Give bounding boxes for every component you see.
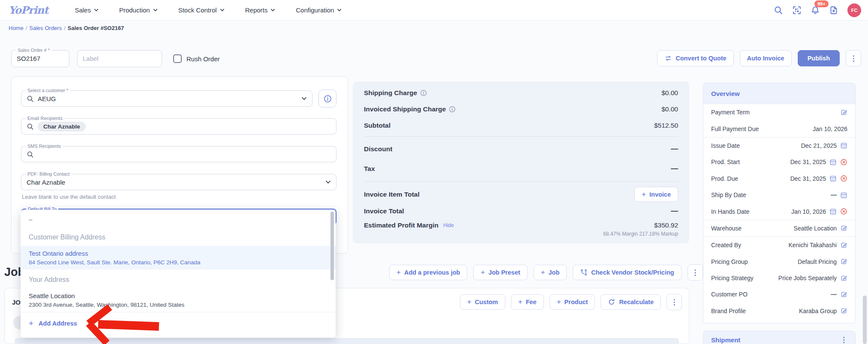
user-avatar[interactable]: FC	[847, 3, 861, 17]
address-option-ontario[interactable]: Test Ontario address 84 Second Line West…	[21, 246, 336, 269]
new-document-icon[interactable]	[829, 6, 838, 15]
info-icon[interactable]	[449, 106, 456, 113]
your-address-group: Your Address	[21, 271, 336, 288]
billing-contact-helper: Leave blank to use the default contact	[22, 194, 336, 200]
breadcrumb-home[interactable]: Home	[9, 25, 24, 31]
overview-row-prod-due: Prod. Due Dec 31, 2025	[703, 171, 855, 187]
publish-button[interactable]: Publish	[798, 50, 840, 66]
customer-select[interactable]: Select a customer * AEUG	[21, 90, 312, 107]
shipment-panel: Shipment ⋮	[703, 331, 856, 344]
clear-date-icon[interactable]	[840, 208, 847, 215]
nav-production[interactable]: Production	[119, 6, 158, 14]
shipment-header: Shipment ⋮	[703, 331, 855, 344]
divider	[364, 181, 678, 182]
hide-link[interactable]: Hide	[443, 222, 454, 228]
plus-icon: +	[557, 298, 561, 306]
auto-invoice-button[interactable]: Auto Invoice	[740, 50, 792, 66]
job-line-actions: +Custom +Fee +Product Recalculate ⋮	[460, 294, 682, 310]
info-icon[interactable]	[420, 90, 427, 96]
invoice-total-row: Invoice Total —	[364, 204, 678, 218]
invoice-total-value: —	[671, 207, 678, 215]
sales-order-page: YoPrint Sales Production Stock Control R…	[0, 0, 868, 344]
overview-row-prod-start: Prod. Start Dec 31, 2025	[703, 154, 855, 170]
overview-row-customer-po: Customer PO —	[703, 286, 855, 302]
search-icon	[27, 123, 34, 130]
edit-icon[interactable]	[840, 275, 847, 282]
chevron-down-icon	[270, 8, 275, 12]
add-address-button[interactable]: + Add Address	[21, 312, 336, 335]
plus-icon: +	[396, 268, 401, 277]
billing-contact-select[interactable]: PDF: Billing Contact Char Aznable	[21, 174, 336, 190]
empty-address-option[interactable]: –	[21, 210, 336, 229]
overview-row-pricing-strategy: Pricing Strategy Price Jobs Separately	[703, 270, 855, 286]
nav-sales[interactable]: Sales	[75, 6, 99, 14]
yoprint-logo[interactable]: YoPrint	[9, 4, 48, 16]
main-nav: Sales Production Stock Control Reports C…	[75, 6, 342, 14]
topbar-actions: 99+ FC	[774, 0, 861, 21]
breadcrumb-sales-orders[interactable]: Sales Orders	[29, 25, 62, 31]
branch-icon	[580, 269, 588, 276]
rush-order-control: Rush Order	[173, 54, 220, 63]
add-custom-button[interactable]: +Custom	[460, 294, 505, 310]
calendar-icon[interactable]	[829, 175, 837, 182]
edit-icon[interactable]	[840, 242, 847, 249]
customer-value: AEUG	[38, 95, 56, 102]
convert-to-quote-button[interactable]: Convert to Quote	[657, 50, 733, 66]
discount-row: Discount —	[364, 139, 678, 159]
edit-icon[interactable]	[840, 291, 847, 298]
overview-row-full-payment-due: Full Payment Due Jan 10, 2026	[703, 120, 855, 137]
nav-configuration[interactable]: Configuration	[296, 6, 342, 14]
label-field[interactable]: Label	[77, 50, 162, 67]
add-fee-button[interactable]: +Fee	[511, 294, 544, 310]
vertical-dots-icon: ⋮	[691, 269, 699, 276]
dropdown-scrollbar[interactable]	[330, 212, 334, 280]
plus-icon: +	[518, 298, 523, 306]
calendar-icon[interactable]	[840, 142, 847, 149]
address-option-seattle[interactable]: Seattle Location 2300 3rd Avenue, Seattl…	[21, 288, 336, 312]
check-vendor-stock-button[interactable]: Check Vendor Stock/Pricing	[573, 265, 681, 280]
plus-icon: +	[481, 268, 485, 277]
profit-margin-value: $350.92	[654, 221, 678, 229]
edit-icon[interactable]	[840, 307, 847, 314]
add-previous-job-button[interactable]: +Add a previous job	[389, 265, 467, 280]
tax-row: Tax —	[364, 159, 678, 179]
edit-icon[interactable]	[840, 109, 847, 116]
sms-recipients-field[interactable]: SMS Recipients	[21, 146, 336, 162]
more-actions-button[interactable]: ⋮	[846, 50, 861, 66]
vertical-dots-icon[interactable]: ⋮	[840, 336, 847, 344]
calendar-icon[interactable]	[829, 208, 837, 215]
job-preset-button[interactable]: +Job Preset	[473, 265, 527, 280]
breadcrumb-current: Sales Order #SO2167	[68, 25, 124, 31]
clear-date-icon[interactable]	[840, 159, 847, 166]
overview-row-warehouse: Warehouse Seattle Location	[703, 220, 855, 236]
edit-icon[interactable]	[840, 258, 847, 265]
job-more-button[interactable]: ⋮	[667, 294, 682, 310]
add-job-button[interactable]: +Job	[534, 265, 567, 280]
jobs-more-button[interactable]: ⋮	[688, 264, 703, 281]
page-scrollbar-thumb[interactable]	[863, 296, 867, 344]
tax-value: —	[671, 165, 678, 173]
nav-stock-control[interactable]: Stock Control	[178, 6, 225, 14]
barcode-scan-icon[interactable]	[792, 6, 802, 15]
calendar-icon[interactable]	[840, 191, 847, 199]
email-recipient-chip[interactable]: Char Aznable	[38, 122, 86, 132]
bill-to-address-dropdown: – Customer Billing Address Test Ontario …	[21, 210, 336, 338]
calendar-icon[interactable]	[829, 159, 837, 166]
email-recipients-field[interactable]: Email Recipients Char Aznable	[21, 118, 336, 135]
customer-info-button[interactable]	[318, 90, 336, 108]
recalculate-button[interactable]: Recalculate	[601, 294, 661, 310]
plus-icon: +	[642, 190, 646, 199]
header-actions: Convert to Quote Auto Invoice Publish ⋮	[657, 50, 861, 66]
add-product-button[interactable]: +Product	[550, 294, 595, 310]
jobs-actions: +Add a previous job +Job Preset +Job Che…	[389, 264, 703, 281]
shipping-charge-row: Shipping Charge $0.00	[364, 85, 678, 101]
add-invoice-button[interactable]: +Invoice	[634, 187, 678, 202]
search-icon[interactable]	[774, 6, 783, 15]
clear-date-icon[interactable]	[840, 175, 847, 182]
edit-icon[interactable]	[840, 224, 847, 232]
sales-order-number-field[interactable]: Sales Order # * SO2167	[11, 50, 69, 67]
rush-order-checkbox[interactable]	[173, 54, 182, 63]
notifications-bell-icon[interactable]: 99+	[811, 6, 820, 15]
nav-reports[interactable]: Reports	[245, 6, 276, 14]
chevron-down-icon	[337, 8, 342, 12]
